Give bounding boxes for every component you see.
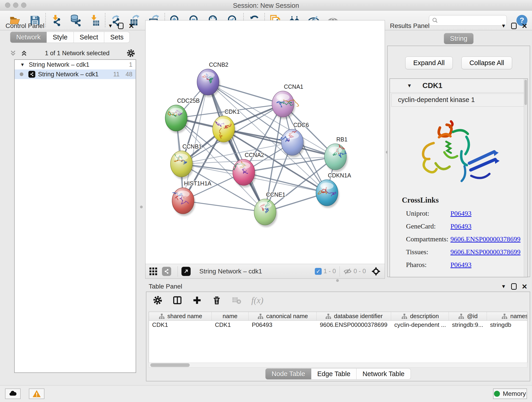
collapse-all-button[interactable]: Collapse All	[462, 57, 512, 69]
table-cell[interactable]: cyclin-dependent ...	[391, 321, 449, 329]
float-panel-icon[interactable]	[118, 23, 123, 29]
float-panel-icon[interactable]	[511, 283, 517, 290]
section-collapse-icon[interactable]: ▼	[407, 83, 412, 89]
column-header[interactable]: name	[212, 312, 249, 321]
network-label: String Network – cdk1	[38, 71, 113, 78]
crosslinks-rows: Uniprot:P06493GeneCard:P06493Compartment…	[402, 210, 527, 269]
tab-network[interactable]: Network	[10, 32, 47, 43]
network-edge[interactable]	[208, 82, 265, 212]
detach-view-icon[interactable]	[181, 267, 191, 276]
memory-status-icon	[494, 391, 500, 397]
column-header[interactable]: shared name	[149, 312, 212, 321]
panel-menu-icon[interactable]: ▼	[501, 283, 506, 289]
node-label: CCNA1	[284, 83, 303, 90]
collection-count: 1	[129, 61, 133, 68]
tab-style[interactable]: Style	[47, 32, 74, 43]
table-panel-title: Table Panel	[149, 283, 182, 290]
collapse-all-icon[interactable]	[9, 49, 17, 57]
network-graph[interactable]: CCNB2CCNA1CDC25BCDK1CDC6RB1CCNB1CCNA2CDK…	[146, 20, 385, 263]
network-collection-label: String Network – cdk1	[29, 61, 129, 68]
column-header[interactable]: database identifier	[317, 312, 391, 321]
node-label: RB1	[336, 136, 348, 143]
tab-sets[interactable]: Sets	[104, 32, 130, 43]
shared-column-icon	[501, 313, 508, 320]
panel-menu-icon[interactable]: ▼	[108, 23, 113, 29]
table-cell[interactable]: CDK1	[149, 321, 212, 329]
node-label: CCNA2	[245, 152, 264, 158]
warnings-button[interactable]	[29, 389, 44, 399]
network-tree: ▼ String Network – cdk1 1 String Network…	[14, 59, 136, 373]
toolbar-divider	[340, 266, 340, 277]
cloud-button[interactable]	[5, 389, 21, 399]
crosslink-value-link[interactable]: P06493	[450, 222, 472, 230]
table-cell[interactable]: 9606.ENSP00000378699	[317, 321, 391, 329]
column-header[interactable]: namespace	[487, 312, 527, 321]
expand-all-icon[interactable]	[20, 49, 28, 57]
expand-all-button[interactable]: Expand All	[405, 57, 453, 69]
left-splitter-handle[interactable]	[140, 206, 143, 208]
memory-button[interactable]: Memory	[493, 389, 527, 399]
tree-expand-icon[interactable]: ▼	[20, 62, 25, 67]
crosslink-row: Pharos:P06493	[402, 261, 527, 269]
table-hscrollbar[interactable]	[149, 363, 527, 368]
network-badge-icon[interactable]	[162, 267, 171, 276]
float-panel-icon[interactable]	[511, 23, 517, 29]
crosslink-value-link[interactable]: 9606.ENSP00000378699	[450, 248, 520, 256]
node-label: CDC25B	[177, 97, 200, 104]
table-cell[interactable]: stringdb:9...	[449, 321, 487, 329]
control-panel: Control Panel ▼ ✕ Network Style Select S…	[2, 21, 138, 385]
gear-icon[interactable]	[127, 49, 135, 57]
close-panel-icon[interactable]: ✕	[522, 283, 527, 291]
birdseye-crosshair-icon[interactable]	[371, 266, 381, 276]
add-column-icon[interactable]	[192, 295, 202, 305]
network-collection-row[interactable]: ▼ String Network – cdk1 1	[15, 60, 136, 70]
column-header[interactable]: canonical name	[249, 312, 317, 321]
close-panel-icon[interactable]: ✕	[128, 22, 134, 30]
delete-column-icon[interactable]	[212, 295, 222, 305]
crosslink-value-link[interactable]: 9606.ENSP00000378699	[450, 235, 520, 243]
network-view: CCNB2CCNA1CDC25BCDK1CDC6RB1CCNB1CCNA2CDK…	[145, 20, 385, 279]
table-cell[interactable]: P06493	[249, 321, 317, 329]
protein-structure-image	[411, 114, 507, 190]
results-scrollbar[interactable]	[524, 79, 527, 277]
crosslink-row: Compartments:9606.ENSP00000378699	[402, 235, 527, 243]
grid-view-icon[interactable]	[149, 267, 158, 276]
tab-node-table[interactable]: Node Table	[265, 368, 311, 380]
tab-string[interactable]: String	[444, 33, 474, 44]
network-selection-status: 1 of 1 Network selected	[28, 50, 127, 57]
table-row[interactable]: CDK1CDK1P064939606.ENSP00000378699cyclin…	[149, 321, 527, 329]
crosslink-value-link[interactable]: P06493	[450, 210, 472, 217]
selected-checkbox-icon[interactable]: ✓	[315, 268, 322, 275]
tab-select[interactable]: Select	[74, 32, 104, 43]
show-columns-icon[interactable]	[172, 295, 182, 305]
crosslink-row: Tissues:9606.ENSP00000378699	[402, 248, 527, 256]
node-label: HIST1H1A	[184, 180, 211, 186]
tab-network-table[interactable]: Network Table	[356, 368, 411, 380]
table-cell[interactable]: CDK1	[212, 321, 249, 329]
cloud-icon	[8, 389, 17, 398]
control-panel-title: Control Panel	[6, 22, 44, 30]
column-header[interactable]: description	[391, 312, 449, 321]
tab-edge-table[interactable]: Edge Table	[311, 368, 357, 380]
table-cell[interactable]: stringdb	[487, 321, 527, 329]
gene-description: cyclin-dependent kinase 1	[391, 94, 526, 107]
network-edge[interactable]	[244, 172, 327, 193]
network-row[interactable]: String Network – cdk1 11 48	[15, 70, 136, 79]
node-table[interactable]: shared namenamecanonical namedatabase id…	[149, 312, 527, 367]
crosslink-value-link[interactable]: P06493	[450, 261, 472, 269]
table-panel: Table Panel ▼ ✕ f(x) shared namenamecano…	[146, 281, 530, 385]
crosslink-label: Compartments:	[402, 235, 450, 243]
table-gear-icon[interactable]	[153, 295, 162, 305]
node-label: CCNE1	[266, 191, 285, 198]
title-bar: Session: New Session	[0, 0, 532, 11]
edge-count: 48	[126, 71, 133, 78]
shared-column-icon	[458, 313, 465, 320]
gene-section-header[interactable]: ▼ CDK1	[390, 79, 527, 93]
column-header-label: shared name	[167, 313, 202, 320]
close-panel-icon[interactable]: ✕	[522, 22, 527, 30]
column-header[interactable]: @id	[449, 312, 487, 321]
crosslink-label: Tissues:	[402, 248, 450, 256]
network-edge[interactable]	[183, 201, 265, 212]
panel-menu-icon[interactable]: ▼	[501, 23, 506, 29]
node-label: CCNB2	[209, 61, 228, 68]
